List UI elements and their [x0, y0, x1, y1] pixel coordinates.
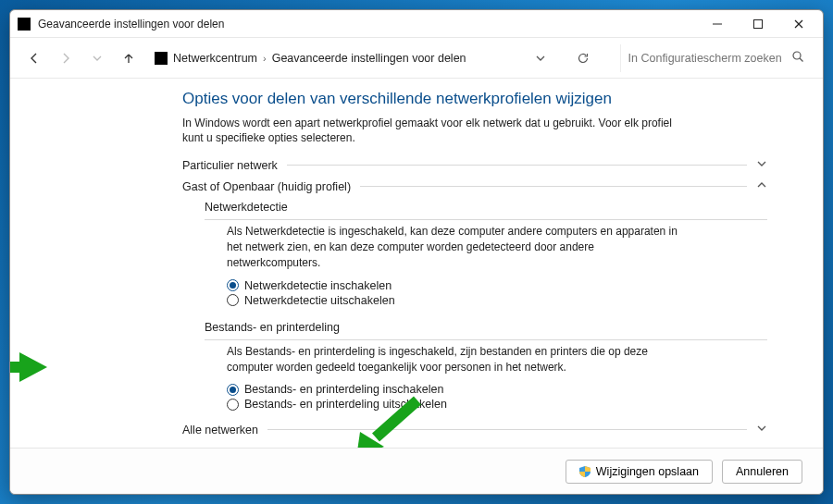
recent-locations-button[interactable] [84, 45, 110, 71]
forward-button[interactable] [53, 45, 79, 71]
radio-net-detect-off[interactable]: Netwerkdetectie uitschakelen [227, 293, 767, 308]
up-button[interactable] [116, 45, 142, 71]
shield-icon [579, 466, 591, 477]
titlebar: Geavanceerde instellingen voor delen [10, 10, 823, 38]
section-all-label: Alle netwerken [182, 424, 258, 436]
footer: Wijzigingen opslaan Annuleren [10, 448, 823, 494]
control-panel-window: Geavanceerde instellingen voor delen Net… [9, 9, 824, 495]
radio-file-share-off[interactable]: Bestands- en printerdeling uitschakelen [227, 397, 767, 412]
radio-icon [227, 384, 239, 396]
radio-icon [227, 294, 239, 306]
section-all-networks[interactable]: Alle netwerken [182, 423, 767, 436]
back-button[interactable] [21, 45, 47, 71]
search-box[interactable] [620, 44, 812, 72]
maximize-button[interactable] [738, 11, 778, 37]
search-icon [791, 50, 804, 66]
radio-icon [227, 279, 239, 291]
breadcrumb-separator-icon: › [263, 53, 267, 64]
navbar: Netwerkcentrum › Geavanceerde instelling… [10, 38, 823, 79]
address-dropdown-button[interactable] [528, 45, 553, 71]
refresh-button[interactable] [570, 45, 596, 71]
breadcrumb-current[interactable]: Geavanceerde instellingen voor delen [272, 52, 466, 65]
section-guest-label: Gast of Openbaar (huidig profiel) [182, 180, 351, 193]
page-intro: In Windows wordt een apart netwerkprofie… [182, 116, 682, 145]
radio-icon [227, 399, 239, 411]
chevron-up-icon [756, 179, 767, 193]
radio-label: Netwerkdetectie inschakelen [244, 279, 392, 292]
address-bar[interactable]: Netwerkcentrum › Geavanceerde instelling… [147, 52, 466, 65]
app-icon [18, 18, 31, 31]
radio-file-share-on[interactable]: Bestands- en printerdeling inschakelen [227, 382, 767, 397]
window-title: Geavanceerde instellingen voor delen [38, 18, 697, 31]
section-guest-public[interactable]: Gast of Openbaar (huidig profiel) [182, 179, 767, 193]
annotation-arrow-icon [10, 349, 47, 386]
section-private-network[interactable]: Particulier netwerk [182, 158, 767, 172]
chevron-down-icon [756, 423, 767, 436]
svg-line-5 [800, 58, 803, 62]
radio-label: Netwerkdetectie uitschakelen [244, 294, 395, 307]
save-label: Wijzigingen opslaan [596, 465, 699, 478]
cancel-button[interactable]: Annuleren [722, 460, 802, 484]
svg-marker-7 [19, 352, 47, 382]
cancel-label: Annuleren [736, 465, 789, 478]
radio-label: Bestands- en printerdeling inschakelen [244, 383, 443, 396]
section-private-label: Particulier netwerk [182, 159, 278, 172]
svg-rect-1 [754, 19, 763, 28]
file-sharing-title: Bestands- en printerdeling [205, 321, 767, 334]
close-button[interactable] [778, 11, 819, 37]
network-discovery-desc: Als Netwerkdetectie is ingeschakeld, kan… [227, 224, 690, 270]
content-area: Opties voor delen van verschillende netw… [10, 79, 823, 448]
minimize-button[interactable] [697, 11, 738, 37]
radio-net-detect-on[interactable]: Netwerkdetectie inschakelen [227, 278, 767, 293]
search-input[interactable] [628, 52, 791, 65]
breadcrumb-root[interactable]: Netwerkcentrum [173, 52, 257, 65]
page-title: Opties voor delen van verschillende netw… [182, 90, 767, 108]
radio-label: Bestands- en printerdeling uitschakelen [244, 398, 447, 411]
svg-point-4 [793, 52, 801, 59]
location-icon [155, 52, 168, 65]
file-sharing-desc: Als Bestands- en printerdeling is ingesc… [227, 344, 690, 375]
save-button[interactable]: Wijzigingen opslaan [566, 460, 713, 484]
network-discovery-title: Netwerkdetectie [205, 201, 767, 214]
chevron-down-icon [756, 158, 767, 172]
